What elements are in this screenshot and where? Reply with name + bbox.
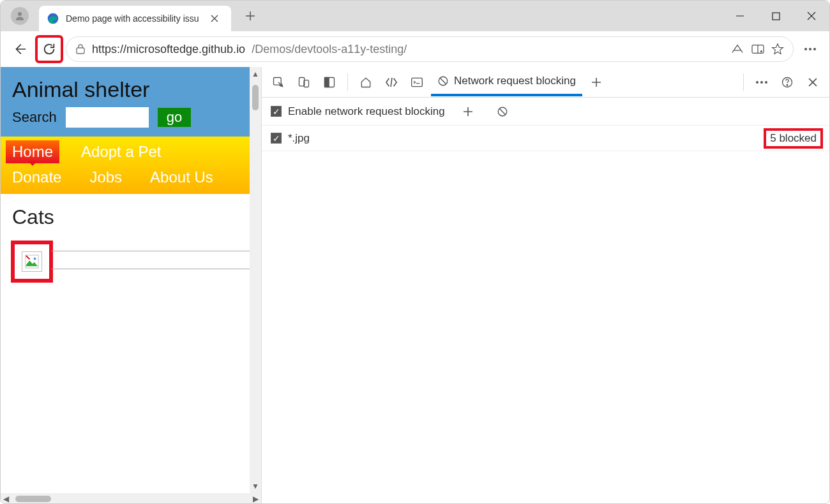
site-title: Animal shelter xyxy=(12,77,238,102)
nav-home[interactable]: Home xyxy=(6,140,59,163)
search-go-button[interactable]: go xyxy=(158,108,191,127)
svg-point-22 xyxy=(787,84,788,85)
svg-rect-2 xyxy=(773,13,780,20)
close-window-button[interactable] xyxy=(794,1,829,31)
tab-close-button[interactable] xyxy=(206,10,223,27)
blocking-toolbar: ✓ Enable network request blocking xyxy=(262,98,829,126)
refresh-button[interactable] xyxy=(36,36,62,62)
svg-point-7 xyxy=(809,48,811,50)
nav-adopt[interactable]: Adopt a Pet xyxy=(75,140,167,163)
devtools-help-icon[interactable] xyxy=(776,71,799,94)
pattern-row[interactable]: ✓ *.jpg 5 blocked xyxy=(262,126,829,151)
pattern-checked-icon[interactable]: ✓ xyxy=(271,133,282,144)
site-info-icon[interactable] xyxy=(75,43,86,55)
dock-icon[interactable] xyxy=(318,71,341,94)
inspect-icon[interactable] xyxy=(267,71,290,94)
enable-blocking-label: Enable network request blocking xyxy=(288,105,445,118)
scroll-thumb[interactable] xyxy=(252,85,259,110)
svg-point-8 xyxy=(813,48,816,50)
back-button[interactable] xyxy=(7,36,33,62)
edge-icon xyxy=(47,12,59,25)
nav-jobs[interactable]: Jobs xyxy=(83,166,128,189)
devtools-close-icon[interactable] xyxy=(801,71,824,94)
url-host: https://microsoftedge.github.io xyxy=(92,43,245,56)
url-path: /Demos/devtools-a11y-testing/ xyxy=(252,43,407,56)
new-tab-button[interactable] xyxy=(241,7,259,25)
minimize-button[interactable] xyxy=(722,1,758,31)
svg-rect-3 xyxy=(77,48,84,54)
broken-image-icon xyxy=(22,251,42,272)
scroll-up-arrow[interactable]: ▲ xyxy=(252,67,259,81)
device-icon[interactable] xyxy=(292,71,315,94)
broken-image-highlight xyxy=(12,242,52,281)
browser-toolbar: https://microsoftedge.github.io/Demos/de… xyxy=(1,31,829,67)
address-bar[interactable]: https://microsoftedge.github.io/Demos/de… xyxy=(66,36,794,62)
devtools-panel: Network request blocking ✓ Enable networ… xyxy=(261,67,829,504)
maximize-button[interactable] xyxy=(758,1,794,31)
pattern-text: *.jpg xyxy=(288,132,310,145)
svg-rect-16 xyxy=(412,78,423,86)
page-header: Animal shelter Search go xyxy=(1,67,250,137)
scroll-right-arrow[interactable]: ▶ xyxy=(250,494,261,503)
tab-title: Demo page with accessibility issu xyxy=(66,13,199,24)
remove-all-button[interactable] xyxy=(491,100,514,123)
svg-rect-15 xyxy=(325,77,329,87)
welcome-tab-icon[interactable] xyxy=(354,71,377,94)
reading-view-icon[interactable] xyxy=(751,43,765,55)
window-titlebar: Demo page with accessibility issu xyxy=(1,1,829,31)
window-controls xyxy=(722,1,829,31)
enable-blocking-checkbox[interactable]: ✓ Enable network request blocking xyxy=(271,105,445,118)
svg-point-20 xyxy=(765,81,767,84)
svg-point-6 xyxy=(804,48,807,50)
section-heading: Cats xyxy=(12,205,238,229)
add-pattern-button[interactable] xyxy=(456,100,479,123)
scroll-down-arrow[interactable]: ▼ xyxy=(252,479,259,493)
devtools-tabbar: Network request blocking xyxy=(262,67,829,98)
more-tabs-button[interactable] xyxy=(585,71,608,94)
search-input[interactable] xyxy=(66,107,149,128)
devtools-more-icon[interactable] xyxy=(750,71,773,94)
scroll-thumb-h[interactable] xyxy=(15,496,51,502)
svg-point-18 xyxy=(756,81,758,84)
profile-avatar[interactable] xyxy=(11,7,29,25)
image-placeholder-lines xyxy=(52,251,250,286)
blocked-count: 5 blocked xyxy=(766,131,820,146)
read-aloud-icon[interactable] xyxy=(730,43,744,55)
svg-point-0 xyxy=(18,12,22,16)
settings-menu-button[interactable] xyxy=(797,36,823,62)
scroll-left-arrow[interactable]: ◀ xyxy=(1,494,11,503)
main-nav: Home Adopt a Pet Donate Jobs About Us xyxy=(1,137,250,194)
nav-about[interactable]: About Us xyxy=(144,166,220,189)
elements-tab-icon[interactable] xyxy=(380,71,403,94)
checked-icon: ✓ xyxy=(271,106,282,117)
svg-point-5 xyxy=(761,51,762,52)
favorite-icon[interactable] xyxy=(771,43,784,56)
svg-point-19 xyxy=(760,81,763,84)
horizontal-scrollbar[interactable]: ◀ ▶ xyxy=(1,493,261,504)
devtools-tab-label: Network request blocking xyxy=(454,75,576,87)
page-viewport: Animal shelter Search go Home Adopt a Pe… xyxy=(1,67,261,504)
console-tab-icon[interactable] xyxy=(405,71,428,94)
svg-point-10 xyxy=(34,258,36,260)
browser-tab-active[interactable]: Demo page with accessibility issu xyxy=(39,6,231,31)
vertical-scrollbar[interactable]: ▲ ▼ xyxy=(250,67,261,493)
network-blocking-tab[interactable]: Network request blocking xyxy=(431,68,582,96)
search-label: Search xyxy=(12,109,57,126)
